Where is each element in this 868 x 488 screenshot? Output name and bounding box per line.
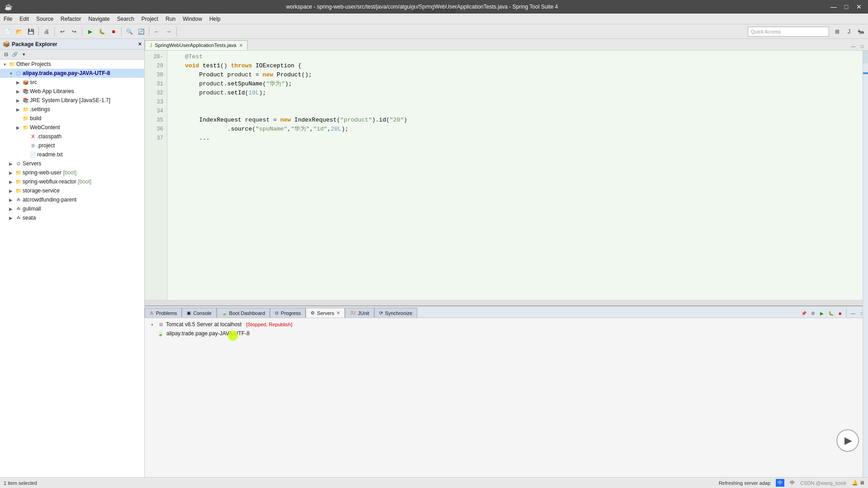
perspective-java-button[interactable]: J bbox=[844, 26, 854, 37]
menu-file[interactable]: File bbox=[0, 14, 16, 24]
view-menu-button[interactable]: ▾ bbox=[20, 51, 28, 59]
status-extra: CSDN @wang_book bbox=[800, 480, 846, 486]
menu-navigate[interactable]: Navigate bbox=[85, 14, 113, 24]
perspective-debug-button[interactable]: 🐜 bbox=[855, 26, 866, 37]
forward-button[interactable]: → bbox=[163, 26, 174, 37]
maximize-button[interactable]: □ bbox=[842, 2, 851, 11]
minimize-button[interactable]: — bbox=[829, 2, 838, 11]
code-line-31: product.setSpuName("华为"); bbox=[171, 80, 859, 89]
debug-button[interactable]: 🐛 bbox=[96, 26, 107, 37]
tab-problems[interactable]: ⚠ Problems bbox=[145, 308, 182, 318]
save-button[interactable]: 💾 bbox=[25, 26, 36, 37]
status-refreshing: Refreshing server adap bbox=[719, 480, 770, 486]
other-projects-icon: 📁 bbox=[8, 61, 16, 68]
menu-window[interactable]: Window bbox=[179, 14, 206, 24]
search-button[interactable]: 🔍 bbox=[124, 26, 135, 37]
tree-item-seata[interactable]: ▶ ☘ seata bbox=[0, 213, 144, 222]
status-left-text: 1 item selected bbox=[4, 480, 719, 486]
servers-label: Servers bbox=[23, 160, 41, 167]
tab-progress[interactable]: ⊙ Progress bbox=[270, 308, 306, 318]
tree-item-settings[interactable]: ▶ 📁 .settings bbox=[0, 105, 144, 114]
webcontent-label: WebContent bbox=[30, 124, 60, 131]
tree-item-atcrowdfunding[interactable]: ▶ ☘ atcrowdfunding-parent bbox=[0, 195, 144, 204]
project-file-icon: 🗎 bbox=[29, 142, 37, 149]
tree-item-storage-service[interactable]: ▶ 📁 storage-service bbox=[0, 186, 144, 195]
tab-synchronize[interactable]: ⟳ Synchronize bbox=[374, 308, 418, 318]
tab-console[interactable]: ▣ Console bbox=[182, 308, 216, 318]
new-button[interactable]: 📄 bbox=[2, 26, 13, 37]
undo-button[interactable]: ↩ bbox=[57, 26, 68, 37]
tab-close-icon[interactable]: ✕ bbox=[239, 43, 243, 48]
refresh-button[interactable]: 🔄 bbox=[136, 26, 146, 37]
toolbar: 📄 📂 💾 🖨 ↩ ↪ ▶ 🐛 ■ 🔍 🔄 ← → Quick Access ⊞… bbox=[0, 24, 868, 39]
bottom-settings-button[interactable]: ⚙ bbox=[809, 309, 817, 317]
quick-access-input[interactable]: Quick Access bbox=[748, 27, 829, 37]
tree-root-other-projects[interactable]: ▾ 📁 Other Projects bbox=[0, 60, 144, 69]
gulimall-label: gulimall bbox=[23, 206, 41, 212]
bottom-debug-button[interactable]: 🐛 bbox=[827, 309, 835, 317]
perspective-open-button[interactable]: ⊞ bbox=[832, 26, 843, 37]
tree-item-web-app-lib[interactable]: ▶ 📚 Web App Libraries bbox=[0, 87, 144, 96]
line-num-37: 37 bbox=[145, 134, 167, 143]
back-button[interactable]: ← bbox=[151, 26, 162, 37]
package-explorer-close-icon[interactable]: ✕ bbox=[138, 42, 142, 47]
tree-item-alipay[interactable]: ▾ ⬡ alipay.trade.page.pay-JAVA-UTF-8 bbox=[0, 69, 144, 78]
tree-item-gulimall[interactable]: ▶ ☘ gulimall bbox=[0, 204, 144, 213]
menu-refactor[interactable]: Refactor bbox=[57, 14, 85, 24]
tree-item-spring-web-user[interactable]: ▶ 📁 spring-web-user [boot] bbox=[0, 168, 144, 177]
menu-help[interactable]: Help bbox=[206, 14, 224, 24]
menu-run[interactable]: Run bbox=[162, 14, 179, 24]
storage-service-arrow: ▶ bbox=[7, 188, 14, 193]
bottom-minimize-button[interactable]: — bbox=[849, 309, 857, 317]
servers-tab-close[interactable]: ✕ bbox=[336, 310, 340, 315]
spring-web-user-label: spring-web-user [boot] bbox=[23, 169, 76, 176]
bottom-stop-button[interactable]: ■ bbox=[836, 309, 844, 317]
tree-area: ▾ 📁 Other Projects ▾ ⬡ alipay.trade.page… bbox=[0, 60, 144, 477]
tree-item-src[interactable]: ▶ 📦 src bbox=[0, 78, 144, 87]
code-content[interactable]: @Test void test1() throws IOException { … bbox=[167, 51, 863, 300]
web-app-lib-arrow: ▶ bbox=[14, 89, 22, 94]
menu-search[interactable]: Search bbox=[113, 14, 138, 24]
servers-tab-label: Servers bbox=[317, 310, 334, 316]
editor-horizontal-scrollbar[interactable] bbox=[145, 300, 868, 305]
tab-junit[interactable]: JU JUnit bbox=[345, 308, 374, 318]
tree-item-spring-webflux[interactable]: ▶ 📁 spring-webflux-reactor [boot] bbox=[0, 177, 144, 186]
link-editor-button[interactable]: 🔗 bbox=[11, 51, 19, 59]
webcontent-icon: 📁 bbox=[22, 124, 30, 131]
print-button[interactable]: 🖨 bbox=[41, 26, 52, 37]
menu-edit[interactable]: Edit bbox=[16, 14, 33, 24]
tree-item-webcontent[interactable]: ▶ 📁 WebContent bbox=[0, 123, 144, 132]
menu-source[interactable]: Source bbox=[33, 14, 57, 24]
editor-tab-springtest[interactable]: J SpringWebUserApplicationTests.java ✕ bbox=[145, 40, 248, 50]
menu-project[interactable]: Project bbox=[138, 14, 162, 24]
code-editor[interactable]: 28- 29 30 31 32 33 34 35 36 37 @Test voi… bbox=[145, 51, 868, 300]
collapse-all-button[interactable]: ⊟ bbox=[2, 51, 10, 59]
server-row-tomcat[interactable]: ▾ 🖥 Tomcat v8.5 Server at localhost [Sto… bbox=[146, 320, 866, 329]
spring-webflux-icon: 📁 bbox=[14, 178, 23, 185]
close-button[interactable]: ✕ bbox=[854, 2, 863, 11]
tree-item-servers[interactable]: ▶ ⚙ Servers bbox=[0, 159, 144, 168]
code-line-36: .source("spuName","华为","id",20L); bbox=[171, 125, 859, 134]
tab-servers[interactable]: ⚙ Servers ✕ bbox=[306, 308, 345, 318]
play-overlay-button[interactable]: ▶ bbox=[836, 429, 859, 452]
bottom-run-button[interactable]: ▶ bbox=[818, 309, 826, 317]
bottom-pin-button[interactable]: 📌 bbox=[800, 309, 808, 317]
tree-item-readme[interactable]: 📄 readme.txt bbox=[0, 150, 144, 159]
stop-button[interactable]: ■ bbox=[108, 26, 119, 37]
java-file-icon: J bbox=[150, 42, 152, 48]
tree-item-build[interactable]: 📁 build bbox=[0, 114, 144, 123]
spring-webflux-arrow: ▶ bbox=[7, 179, 14, 184]
editor-maximize-button[interactable]: □ bbox=[858, 42, 866, 50]
spring-webflux-label: spring-webflux-reactor [boot] bbox=[23, 178, 91, 185]
tree-item-classpath[interactable]: X .classpath bbox=[0, 132, 144, 141]
redo-button[interactable]: ↪ bbox=[69, 26, 80, 37]
run-button[interactable]: ▶ bbox=[85, 26, 95, 37]
deploy-row-alipay[interactable]: 🍃 alipay.trade.page.pay-JAVA-UTF-8 bbox=[146, 329, 866, 338]
editor-minimize-button[interactable]: — bbox=[849, 42, 857, 50]
open-button[interactable]: 📂 bbox=[14, 26, 24, 37]
line-num-29: 29 bbox=[145, 61, 167, 70]
tree-item-project-file[interactable]: 🗎 .project bbox=[0, 141, 144, 150]
left-panel-toolbar: ⊟ 🔗 ▾ bbox=[0, 50, 144, 60]
tree-item-jre-lib[interactable]: ▶ 📚 JRE System Library [JavaSE-1.7] bbox=[0, 96, 144, 105]
tab-boot-dashboard[interactable]: 🍃 Boot Dashboard bbox=[217, 308, 270, 318]
